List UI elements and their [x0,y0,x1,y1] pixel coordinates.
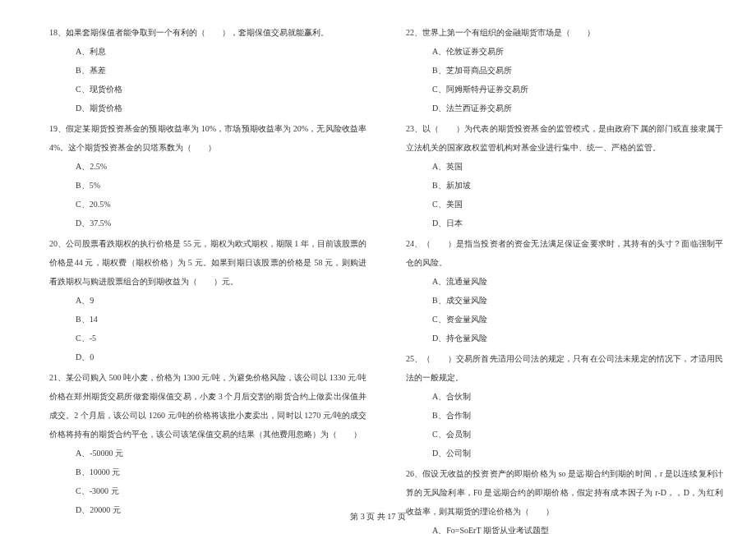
option-b: B、10000 元 [49,463,366,481]
option-c: C、会员制 [406,425,723,444]
option-d: D、37.5% [49,214,366,232]
option-a: A、英国 [406,157,723,176]
question-23: 23、以（ ）为代表的期货投资基金的监管模式，是由政府下属的部门或直接隶属于立法… [406,119,723,232]
option-b: B、14 [49,310,366,329]
question-26: 26、假设无收益的投资资产的即期价格为 so 是远期合约到期的时间，r 是以连续… [406,464,723,534]
option-a: A、伦敦证券交易所 [406,42,723,61]
question-18: 18、如果套期保值者能争取到一个有利的（ ），套期保值交易就能赢利。 A、利息 … [49,23,366,117]
option-b: B、合作制 [406,406,723,425]
question-text: 22、世界上第一个有组织的金融期货市场是（ ） [406,23,723,42]
question-20: 20、公司股票看跌期权的执行价格是 55 元，期权为欧式期权，期限 1 年，目前… [49,234,366,366]
page-footer: 第 3 页 共 17 页 [0,511,756,522]
option-b: B、新加坡 [406,176,723,195]
question-text: 21、某公司购入 500 吨小麦，价格为 1300 元/吨，为避免价格风险，该公… [49,368,366,444]
question-text: 23、以（ ）为代表的期货投资基金的监管模式，是由政府下属的部门或直接隶属于立法… [406,119,723,157]
option-c: C、阿姆斯特丹证券交易所 [406,80,723,99]
question-text: 25、（ ）交易所首先适用公司法的规定，只有在公司法未规定的情况下，才适用民法的… [406,349,723,387]
option-a: A、合伙制 [406,387,723,406]
option-c: C、现货价格 [49,80,366,99]
option-b: B、基差 [49,61,366,80]
option-d: D、期货价格 [49,99,366,117]
question-text: 19、假定某期货投资基金的预期收益率为 10%，市场预期收益率为 20%，无风险… [49,119,366,157]
option-a: A、Fo=SoErT 期货从业考试题型 [406,521,723,534]
option-a: A、9 [49,291,366,310]
question-text: 20、公司股票看跌期权的执行价格是 55 元，期权为欧式期权，期限 1 年，目前… [49,234,366,291]
option-d: D、0 [49,348,366,366]
option-d: D、日本 [406,214,723,232]
two-column-layout: 18、如果套期保值者能争取到一个有利的（ ），套期保值交易就能赢利。 A、利息 … [49,23,723,534]
option-d: D、公司制 [406,444,723,463]
option-b: B、芝加哥商品交易所 [406,61,723,80]
option-c: C、美国 [406,195,723,214]
option-a: A、流通量风险 [406,272,723,291]
option-d: D、法兰西证券交易所 [406,99,723,117]
option-a: A、-50000 元 [49,444,366,463]
question-22: 22、世界上第一个有组织的金融期货市场是（ ） A、伦敦证券交易所 B、芝加哥商… [406,23,723,117]
question-25: 25、（ ）交易所首先适用公司法的规定，只有在公司法未规定的情况下，才适用民法的… [406,349,723,463]
right-column: 22、世界上第一个有组织的金融期货市场是（ ） A、伦敦证券交易所 B、芝加哥商… [406,23,723,534]
left-column: 18、如果套期保值者能争取到一个有利的（ ），套期保值交易就能赢利。 A、利息 … [49,23,366,534]
option-d: D、持仓量风险 [406,329,723,348]
option-a: A、利息 [49,42,366,61]
option-c: C、-5 [49,329,366,348]
question-24: 24、（ ）是指当投资者的资金无法满足保证金要求时，其持有的头寸？面临强制平仓的… [406,234,723,348]
option-b: B、5% [49,176,366,195]
option-c: C、资金量风险 [406,310,723,329]
question-text: 18、如果套期保值者能争取到一个有利的（ ），套期保值交易就能赢利。 [49,23,366,42]
option-c: C、-3000 元 [49,481,366,500]
question-21: 21、某公司购入 500 吨小麦，价格为 1300 元/吨，为避免价格风险，该公… [49,368,366,519]
option-a: A、2.5% [49,157,366,176]
question-text: 24、（ ）是指当投资者的资金无法满足保证金要求时，其持有的头寸？面临强制平仓的… [406,234,723,272]
question-19: 19、假定某期货投资基金的预期收益率为 10%，市场预期收益率为 20%，无风险… [49,119,366,232]
option-c: C、20.5% [49,195,366,214]
option-b: B、成交量风险 [406,291,723,310]
